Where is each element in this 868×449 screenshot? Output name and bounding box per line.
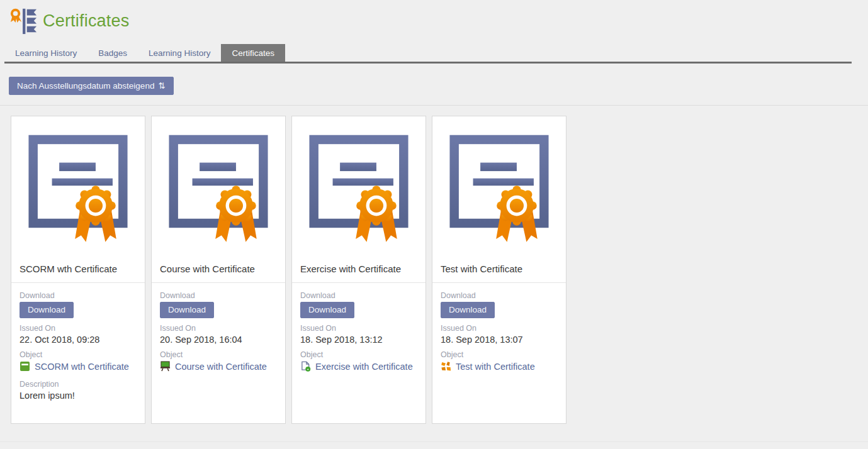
page-header: Certificates [0, 0, 868, 42]
tab-certificates[interactable]: Certificates [221, 44, 285, 62]
download-label: Download [300, 291, 417, 300]
issued-on-value: 18. Sep 2018, 13:12 [300, 335, 417, 345]
course-icon[interactable] [160, 361, 171, 372]
download-label: Download [20, 291, 137, 300]
certificate-card: Exercise with Certificate Download Downl… [291, 116, 426, 424]
download-label: Download [441, 291, 558, 300]
description-value: Lorem ipsum! [20, 391, 137, 401]
download-button[interactable]: Download [160, 302, 214, 318]
issued-on-label: Issued On [441, 324, 558, 333]
certificate-image [152, 116, 285, 263]
certificates-icon [9, 6, 38, 35]
download-button[interactable]: Download [20, 302, 74, 318]
issued-on-value: 22. Oct 2018, 09:28 [20, 335, 137, 345]
object-link-label: Course with Certificate [175, 362, 267, 372]
object-link[interactable]: Test with Certificate [441, 361, 535, 372]
certificate-image [432, 116, 566, 263]
object-link-label: Exercise with Certificate [315, 362, 413, 372]
object-link[interactable]: SCORM wth Certificate [20, 361, 129, 372]
object-label: Object [300, 350, 417, 359]
issued-on-label: Issued On [20, 324, 137, 333]
test-icon[interactable] [441, 361, 451, 372]
object-link-label: SCORM wth Certificate [35, 362, 129, 372]
tab-learning-history-1[interactable]: Learning History [4, 44, 87, 62]
issued-on-value: 20. Sep 2018, 16:04 [160, 335, 277, 345]
object-link-label: Test with Certificate [456, 362, 535, 372]
certificate-card: SCORM wth Certificate Download Download … [11, 116, 145, 424]
certificate-image [11, 116, 145, 263]
certificates-list: SCORM wth Certificate Download Download … [0, 106, 868, 434]
certificate-card: Test with Certificate Download Download … [432, 116, 566, 424]
certificate-card-title: SCORM wth Certificate [11, 263, 145, 283]
footer-divider [0, 441, 868, 442]
certificate-image [292, 116, 426, 263]
object-label: Object [20, 350, 137, 359]
object-link[interactable]: Course with Certificate [160, 361, 267, 372]
issued-on-label: Issued On [300, 324, 417, 333]
tab-bar: Learning History Badges Learning History… [4, 44, 852, 64]
issued-on-value: 18. Sep 2018, 13:07 [441, 335, 558, 345]
download-label: Download [160, 291, 277, 300]
certificate-card-title: Course with Certificate [152, 263, 285, 283]
object-label: Object [441, 350, 558, 359]
certificate-card: Course with Certificate Download Downloa… [151, 116, 286, 424]
page-title: Certificates [43, 11, 129, 31]
toolbar: Nach Ausstellungsdatum absteigend ⇅ [0, 64, 868, 106]
sort-button[interactable]: Nach Ausstellungsdatum absteigend ⇅ [9, 77, 174, 95]
object-link[interactable]: Exercise with Certificate [300, 361, 413, 372]
description-label: Description [20, 380, 137, 389]
certificate-card-title: Exercise with Certificate [292, 263, 426, 283]
exercise-icon[interactable] [300, 361, 311, 372]
certificate-card-title: Test with Certificate [432, 263, 566, 283]
object-label: Object [160, 350, 277, 359]
download-button[interactable]: Download [441, 302, 495, 318]
tab-badges[interactable]: Badges [87, 44, 138, 62]
sort-button-label: Nach Ausstellungsdatum absteigend [17, 81, 154, 91]
issued-on-label: Issued On [160, 324, 277, 333]
sort-arrows-icon: ⇅ [158, 80, 165, 91]
scorm-module-icon[interactable] [20, 361, 30, 372]
download-button[interactable]: Download [300, 302, 354, 318]
tab-learning-history-2[interactable]: Learning History [138, 44, 221, 62]
